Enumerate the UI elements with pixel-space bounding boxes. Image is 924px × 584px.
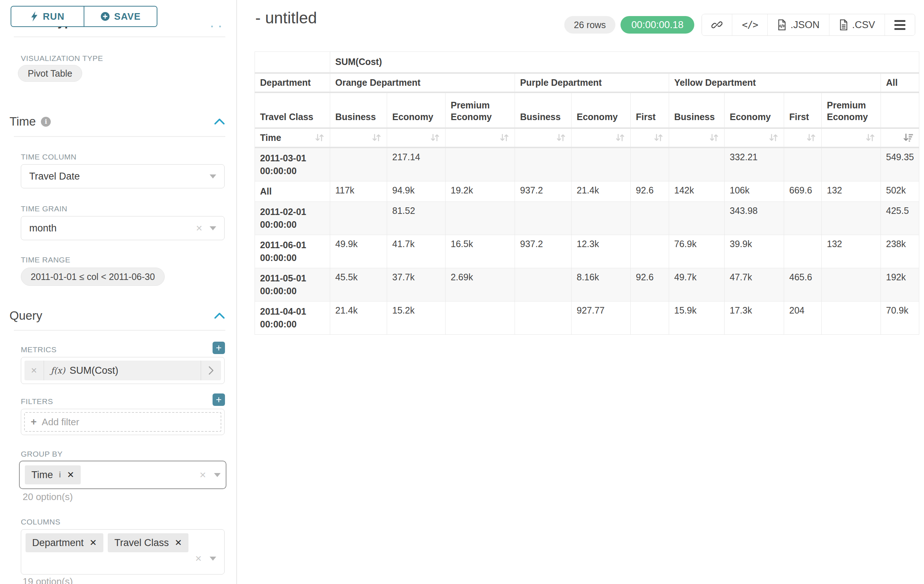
value-cell — [572, 148, 631, 181]
export-button-bar: </> .JSON .CSV — [701, 14, 915, 36]
value-cell: 238k — [881, 235, 919, 268]
value-cell: 21.4k — [330, 301, 387, 334]
row-count-badge: 26 rows — [564, 16, 615, 34]
sort-header[interactable] — [387, 128, 446, 148]
metric-header: SUM(Cost) — [330, 52, 919, 73]
remove-chip-icon[interactable]: ✕ — [67, 470, 74, 480]
sort-header-active[interactable] — [881, 128, 919, 148]
column-header-empty — [881, 92, 919, 128]
sort-header[interactable] — [330, 128, 387, 148]
run-button-label: RUN — [43, 11, 64, 22]
sort-header[interactable] — [631, 128, 669, 148]
value-cell: 81.52 — [387, 201, 446, 235]
remove-metric-icon[interactable]: × — [25, 360, 44, 380]
column-header: First — [631, 92, 669, 128]
sort-desc-icon[interactable] — [903, 133, 914, 143]
remove-chip-icon[interactable]: ✕ — [89, 538, 97, 548]
remove-chip-icon[interactable]: ✕ — [175, 538, 182, 548]
sort-header[interactable] — [515, 128, 572, 148]
sort-header[interactable] — [669, 128, 724, 148]
value-cell — [515, 301, 572, 334]
value-cell: 19.2k — [446, 181, 515, 201]
sort-icon[interactable] — [371, 133, 382, 143]
section-divider — [14, 330, 225, 331]
caret-down-icon[interactable] — [214, 473, 221, 477]
value-cell — [784, 235, 822, 268]
metrics-label: METRICS — [21, 345, 57, 354]
time-grain-label: TIME GRAIN — [21, 204, 68, 213]
caret-down-icon[interactable] — [210, 226, 216, 230]
sort-header[interactable] — [784, 128, 822, 148]
metric-chip[interactable]: × ƒ(x) SUM(Cost) — [25, 360, 221, 380]
visualization-type-pill[interactable]: Pivot Table — [18, 65, 82, 82]
sort-icon[interactable] — [430, 133, 440, 143]
value-cell: 39.9k — [724, 235, 784, 268]
export-csv-button[interactable]: .CSV — [829, 14, 884, 35]
save-button-label: SAVE — [114, 11, 141, 22]
menu-button[interactable] — [884, 14, 915, 35]
chart-title[interactable]: - untitled — [255, 9, 317, 27]
caret-down-icon[interactable] — [210, 174, 216, 178]
sort-icon[interactable] — [709, 133, 719, 143]
value-cell: 425.5 — [881, 201, 919, 235]
value-cell: 16.5k — [446, 235, 515, 268]
share-link-button[interactable] — [702, 14, 732, 35]
time-grain-select[interactable]: month × — [21, 216, 224, 240]
column-header: First — [784, 92, 822, 128]
sort-header[interactable] — [724, 128, 784, 148]
column-group-header: All — [881, 73, 919, 92]
sort-icon[interactable] — [499, 133, 510, 143]
save-button[interactable]: SAVE — [84, 7, 157, 26]
view-query-button[interactable]: </> — [732, 14, 767, 35]
chevron-up-icon[interactable] — [214, 312, 225, 320]
info-icon[interactable]: i — [59, 470, 61, 480]
value-cell: 47.7k — [724, 268, 784, 301]
run-button[interactable]: RUN — [12, 7, 84, 26]
columns-chip-department[interactable]: Department ✕ — [26, 533, 103, 552]
add-metric-button[interactable]: + — [213, 342, 225, 354]
hamburger-icon — [894, 20, 905, 30]
add-filter-button[interactable]: + Add filter — [24, 412, 221, 432]
caret-down-icon[interactable] — [210, 557, 216, 561]
superset-explore-view: Chart Type RUN SAVE VISUALIZATION TYPE P… — [0, 0, 924, 584]
sort-header[interactable] — [446, 128, 515, 148]
value-cell — [446, 301, 515, 334]
column-header: Economy — [572, 92, 631, 128]
group-by-chip-time[interactable]: Time i ✕ — [25, 466, 81, 484]
sort-icon[interactable] — [615, 133, 625, 143]
travel-class-header-row: Travel ClassBusinessEconomyPremium Econo… — [255, 92, 919, 128]
row-label: 2011-05-01 00:00:00 — [255, 268, 330, 301]
chevron-up-icon[interactable] — [214, 118, 225, 125]
value-cell: 132 — [822, 181, 881, 201]
sort-icon[interactable] — [314, 133, 325, 143]
sort-header[interactable] — [822, 128, 881, 148]
clear-icon[interactable]: × — [196, 223, 202, 234]
visualization-type-label: VISUALIZATION TYPE — [21, 54, 103, 63]
value-cell — [822, 301, 881, 334]
time-range-pill[interactable]: 2011-01-01 ≤ col < 2011-06-30 — [21, 268, 165, 286]
clear-icon[interactable]: × — [195, 553, 201, 564]
chip-label: Travel Class — [114, 537, 169, 549]
sort-header[interactable] — [572, 128, 631, 148]
clear-icon[interactable]: × — [200, 469, 206, 480]
file-icon — [839, 19, 848, 30]
columns-select[interactable]: Department ✕ Travel Class ✕ × — [21, 529, 224, 574]
sort-icon[interactable] — [556, 133, 566, 143]
sort-icon[interactable] — [653, 133, 663, 143]
value-cell: 669.6 — [784, 181, 822, 201]
column-header: Economy — [724, 92, 784, 128]
time-column-select[interactable]: Travel Date — [21, 164, 224, 188]
info-icon[interactable]: i — [41, 117, 51, 127]
sort-icon[interactable] — [806, 133, 816, 143]
add-filter-plus-button[interactable]: + — [213, 393, 225, 406]
time-sort-header[interactable]: Time — [255, 128, 330, 148]
row-label: 2011-03-01 00:00:00 — [255, 148, 330, 181]
value-cell — [822, 201, 881, 235]
sort-icon[interactable] — [865, 133, 875, 143]
row-label: 2011-02-01 00:00:00 — [255, 201, 330, 235]
group-by-select[interactable]: Time i ✕ × — [19, 461, 226, 489]
columns-chip-travel-class[interactable]: Travel Class ✕ — [108, 533, 188, 552]
export-json-button[interactable]: .JSON — [767, 14, 829, 35]
chevron-right-icon[interactable] — [201, 360, 221, 380]
sort-icon[interactable] — [769, 133, 779, 143]
